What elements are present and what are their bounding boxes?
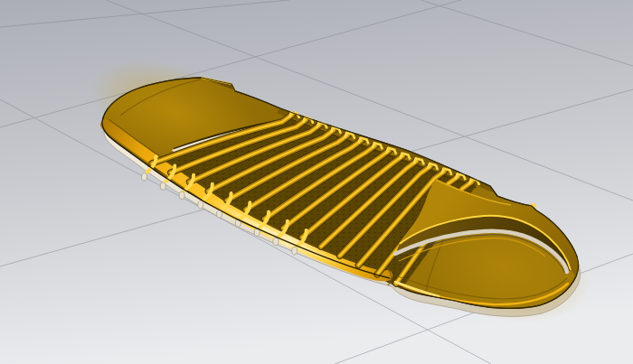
cad-viewport-canvas[interactable] xyxy=(0,0,633,364)
cad-viewport[interactable] xyxy=(0,0,633,364)
